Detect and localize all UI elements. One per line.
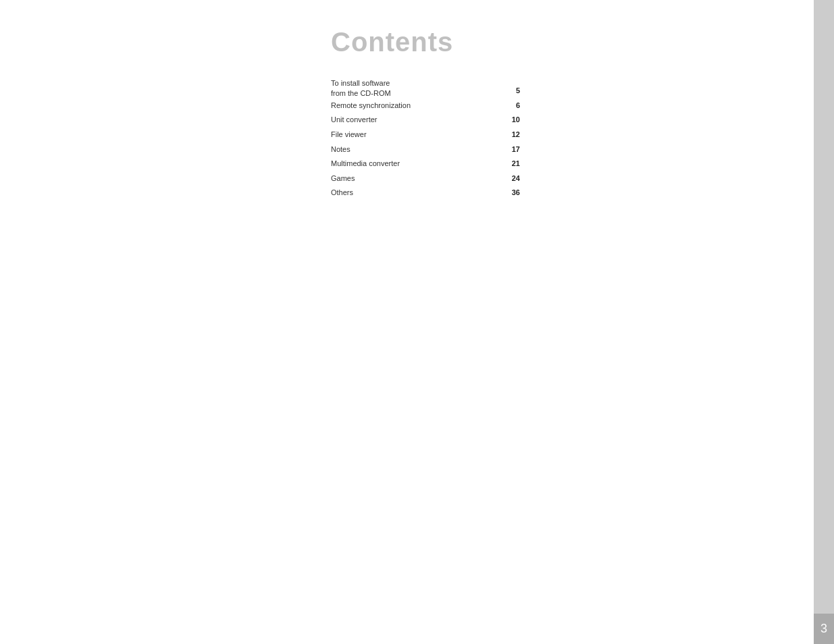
toc-item-label: File viewer [331, 128, 504, 143]
toc-table: To install softwarefrom the CD-ROM5Remot… [331, 78, 520, 201]
toc-item-page: 6 [504, 99, 520, 114]
toc-row: Multimedia converter21 [331, 157, 520, 172]
toc-item-label: Unit converter [331, 113, 504, 128]
toc-row: Unit converter10 [331, 113, 520, 128]
toc-item-label: Remote synchronization [331, 99, 504, 114]
page-container: 3 Contents To install softwarefrom the C… [0, 0, 834, 644]
page-number-tab: 3 [814, 614, 834, 644]
page-number: 3 [820, 622, 827, 636]
toc-item-label: To install softwarefrom the CD-ROM [331, 78, 504, 99]
toc-row: Notes17 [331, 143, 520, 158]
main-content: Contents To install softwarefrom the CD-… [331, 27, 520, 201]
toc-item-page: 21 [504, 157, 520, 172]
toc-row: To install softwarefrom the CD-ROM5 [331, 78, 520, 99]
toc-row: Remote synchronization6 [331, 99, 520, 114]
toc-item-page: 17 [504, 143, 520, 158]
toc-row: Others36 [331, 186, 520, 201]
toc-item-page: 24 [504, 172, 520, 187]
right-sidebar: 3 [814, 0, 834, 644]
toc-item-label: Others [331, 186, 504, 201]
toc-item-page: 36 [504, 186, 520, 201]
toc-row: File viewer12 [331, 128, 520, 143]
toc-item-page: 10 [504, 113, 520, 128]
toc-item-label: Multimedia converter [331, 157, 504, 172]
toc-item-page: 12 [504, 128, 520, 143]
toc-item-page: 5 [504, 78, 520, 99]
toc-item-label: Games [331, 172, 504, 187]
toc-item-label: Notes [331, 143, 504, 158]
toc-row: Games24 [331, 172, 520, 187]
contents-title: Contents [331, 27, 520, 57]
